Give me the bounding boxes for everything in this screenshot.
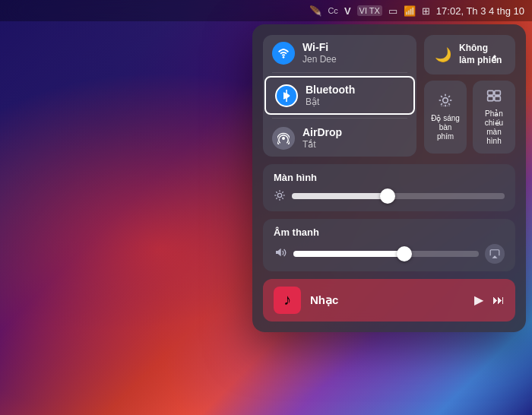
control-center-icon[interactable]: ⊞ [422, 5, 430, 17]
clock: 17:02, Th 3 4 thg 10 [436, 5, 524, 17]
bluetooth-sublabel: Bật [306, 97, 355, 107]
bottom-tile-row: Độ sáng bàn phím Phản chiếu màn hình [424, 81, 515, 154]
keyboard-brightness-tile[interactable]: Độ sáng bàn phím [424, 81, 467, 154]
svg-point-1 [282, 137, 285, 140]
menubar-right-icons: 🪶 Cc V VI TX ▭ 📶 ⊞ 17:02, Th 3 4 thg 10 [309, 5, 524, 17]
do-not-disturb-tile[interactable]: 🌙 Không làm phiền [424, 35, 515, 74]
divider-2 [272, 118, 407, 119]
wifi-tile-icon [272, 42, 295, 65]
svg-rect-12 [443, 106, 445, 106]
airplay-button[interactable] [485, 244, 505, 264]
brightness-track[interactable] [292, 193, 505, 199]
display-section: Màn hình [263, 164, 515, 211]
sound-label: Âm thanh [274, 227, 505, 238]
vimeo-icon: V [344, 5, 351, 17]
skip-button[interactable]: ⏭ [492, 293, 505, 307]
svg-line-25 [276, 192, 277, 192]
display-label: Màn hình [274, 172, 505, 183]
airdrop-tile-icon [272, 127, 295, 150]
sound-slider-row [274, 244, 505, 264]
svg-rect-11 [441, 106, 442, 106]
creative-cloud-icon[interactable]: Cc [328, 6, 337, 15]
svg-line-28 [282, 192, 283, 192]
svg-marker-29 [276, 249, 281, 257]
keyboard-brightness-label: Độ sáng bàn phím [430, 114, 461, 141]
music-section: ♪ Nhạc ▶ ⏭ [263, 279, 515, 322]
right-tiles: 🌙 Không làm phiền [424, 35, 515, 157]
svg-point-20 [277, 193, 281, 197]
sound-section: Âm thanh [263, 219, 515, 271]
airdrop-sublabel: Tắt [302, 139, 342, 150]
bluetooth-tile-icon [275, 84, 298, 107]
dnd-label: Không làm phiền [459, 43, 505, 66]
svg-rect-14 [447, 106, 448, 106]
svg-line-9 [441, 103, 442, 105]
svg-line-7 [441, 96, 442, 97]
svg-line-8 [448, 103, 450, 105]
divider-1 [272, 72, 407, 73]
top-section: Wi-Fi Jen Dee Bluetooth Bật [263, 35, 515, 157]
network-tiles: Wi-Fi Jen Dee Bluetooth Bật [263, 35, 416, 157]
wifi-label: Wi-Fi [302, 41, 337, 54]
bluetooth-text: Bluetooth Bật [306, 84, 355, 107]
wifi-tile[interactable]: Wi-Fi Jen Dee [263, 35, 416, 71]
svg-point-0 [283, 56, 285, 59]
svg-point-2 [443, 98, 448, 103]
volume-icon [274, 246, 287, 261]
battery-icon: ▭ [388, 5, 397, 17]
screen-mirror-label: Phản chiếu màn hình [479, 109, 509, 146]
bluetooth-label: Bluetooth [306, 84, 355, 97]
screen-mirror-tile[interactable]: Phản chiếu màn hình [473, 81, 515, 154]
menubar: 🪶 Cc V VI TX ▭ 📶 ⊞ 17:02, Th 3 4 thg 10 [0, 0, 532, 21]
svg-rect-19 [495, 97, 501, 101]
airdrop-tile[interactable]: AirDrop Tắt [263, 120, 416, 156]
play-button[interactable]: ▶ [474, 293, 483, 307]
brightness-icon [274, 189, 286, 204]
screen-mirror-icon [486, 88, 502, 106]
music-controls: ▶ ⏭ [474, 293, 505, 307]
brightness-slider-row [274, 189, 505, 204]
wifi-text: Wi-Fi Jen Dee [302, 41, 337, 65]
wifi-sublabel: Jen Dee [302, 54, 337, 65]
control-center-panel: Wi-Fi Jen Dee Bluetooth Bật [252, 24, 526, 332]
svg-rect-15 [448, 106, 450, 106]
feather-icon: 🪶 [309, 5, 321, 17]
svg-rect-18 [488, 97, 494, 101]
airdrop-label: AirDrop [302, 126, 342, 139]
svg-rect-17 [495, 90, 501, 95]
volume-track[interactable] [293, 251, 479, 257]
language-switcher[interactable]: VI TX [357, 5, 382, 16]
moon-icon: 🌙 [435, 46, 451, 63]
music-app-icon: ♪ [274, 287, 301, 314]
svg-line-10 [448, 96, 450, 97]
svg-line-26 [282, 198, 283, 198]
airdrop-text: AirDrop Tắt [302, 126, 342, 150]
bluetooth-tile[interactable]: Bluetooth Bật [264, 76, 415, 115]
svg-rect-16 [488, 90, 494, 95]
music-label: Nhạc [310, 293, 465, 307]
svg-rect-13 [445, 106, 446, 106]
music-note-icon: ♪ [283, 291, 291, 309]
svg-line-27 [276, 198, 277, 198]
keyboard-brightness-icon [438, 93, 453, 111]
wifi-menubar-icon: 📶 [404, 5, 416, 17]
